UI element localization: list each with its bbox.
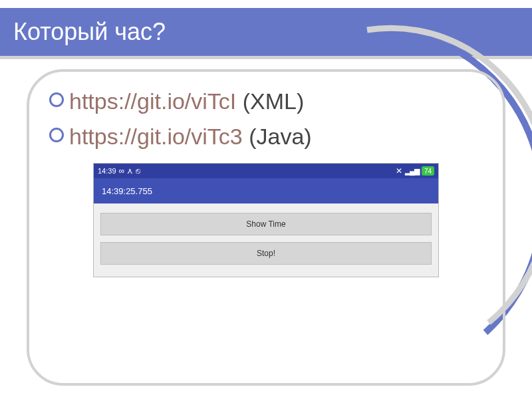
- signal-icon: ▂▄▆: [405, 167, 419, 176]
- app-bar: 14:39:25.755: [94, 178, 438, 203]
- bullet-item: https://git.io/viTcI (XML): [49, 84, 483, 119]
- title-bar: Который час?: [0, 8, 532, 56]
- link-xml[interactable]: https://git.io/viTcI: [69, 88, 236, 114]
- button-label: Stop!: [257, 249, 275, 258]
- status-bar: 14:39 ∞ ⋏ ⎋ ✕ ▂▄▆ 74: [94, 164, 438, 178]
- infinity-icon: ∞: [119, 166, 125, 176]
- status-time: 14:39: [98, 167, 116, 175]
- show-time-button[interactable]: Show Time: [100, 213, 432, 235]
- content-frame: https://git.io/viTcI (XML) https://git.i…: [27, 69, 505, 386]
- usb-icon: ⎋: [136, 166, 140, 176]
- link-java[interactable]: https://git.io/viTc3: [69, 124, 243, 149]
- title-area: Который час?: [0, 0, 532, 66]
- bullet-suffix: (XML): [236, 88, 304, 114]
- title-underline: [0, 56, 532, 59]
- battery-level: 74: [424, 168, 432, 175]
- app-bar-time: 14:39:25.755: [102, 186, 152, 196]
- battery-badge: 74: [422, 166, 434, 176]
- phone-screenshot: 14:39 ∞ ⋏ ⎋ ✕ ▂▄▆ 74 14:39:25.755: [93, 163, 439, 277]
- stop-button[interactable]: Stop!: [100, 242, 432, 265]
- mute-icon: ✕: [396, 166, 402, 176]
- bullet-suffix: (Java): [243, 124, 312, 149]
- slide-title: Который час?: [13, 18, 166, 46]
- slide: Который час? https://git.io/viTcI (XML) …: [0, 0, 532, 399]
- status-left: 14:39 ∞ ⋏ ⎋: [98, 166, 140, 176]
- status-right: ✕ ▂▄▆ 74: [396, 166, 434, 176]
- button-label: Show Time: [246, 219, 285, 229]
- phone-body: Show Time Stop!: [94, 203, 438, 277]
- bullet-list: https://git.io/viTcI (XML) https://git.i…: [49, 84, 483, 154]
- network-icon: ⋏: [127, 166, 133, 176]
- bullet-item: https://git.io/viTc3 (Java): [49, 119, 483, 154]
